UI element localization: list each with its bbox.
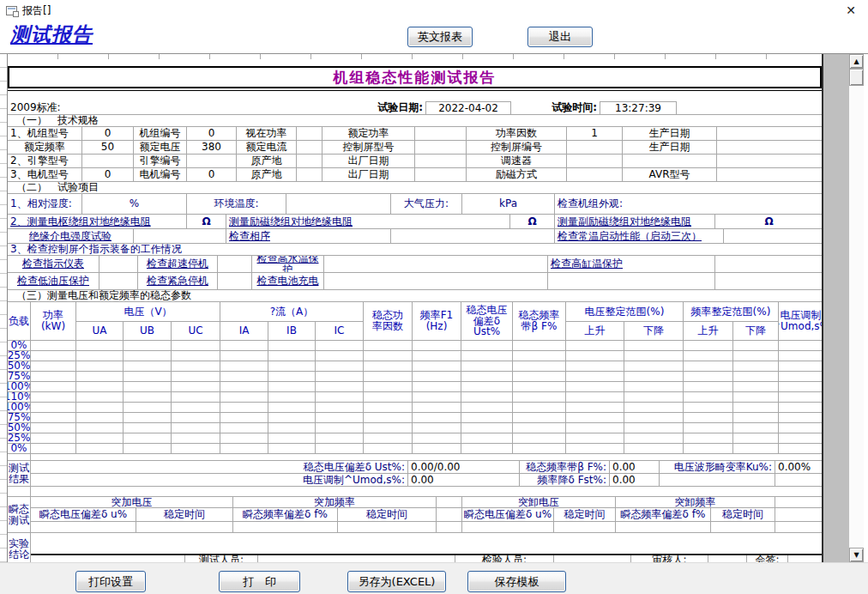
grid-cell-empty xyxy=(684,423,733,433)
grid-cell-empty xyxy=(566,392,624,403)
grid-cell-empty xyxy=(624,361,684,372)
grid-cell-empty xyxy=(364,372,413,382)
scroll-down-icon[interactable]: ▼ xyxy=(849,548,864,562)
grid-cell: IC xyxy=(316,322,364,341)
grid-cell-empty xyxy=(708,555,747,562)
grid-cell: 2、测量电枢绕组对地绝缘电阻 xyxy=(8,215,187,229)
grid-cell: 0.00 xyxy=(610,461,660,474)
grid-row: 1、机组型号0机组编号0视在功率额定功率功率因数1生产日期 xyxy=(8,127,823,141)
grid-cell-empty xyxy=(461,433,513,444)
grid-row: 稳态电压偏差δ Ust%:0.00/0.00稳态频率带β F%:0.00电压波形… xyxy=(31,461,823,474)
grid-cell-empty xyxy=(775,522,823,533)
grid-cell-empty xyxy=(220,341,268,351)
grid-row: 绝缘介电强度试验检查相序检查常温启动性能（启动三次） xyxy=(8,229,823,244)
close-icon[interactable]: ✕ xyxy=(846,4,856,16)
grid-cell: 稳态功 率因数 xyxy=(364,302,413,341)
grid-cell-empty xyxy=(31,487,823,497)
grid-cell-empty xyxy=(779,351,823,361)
grid-cell-empty xyxy=(160,54,210,59)
grid-cell-empty xyxy=(513,351,566,361)
english-report-button[interactable]: 英文报表 xyxy=(407,27,473,47)
grid-cell-empty xyxy=(733,444,779,454)
grid-row: 测试人员:检验人员:审核人:会签: xyxy=(31,554,823,562)
grid-cell-empty xyxy=(775,497,823,508)
grid-cell: AVR型号 xyxy=(623,168,717,182)
print-setup-button[interactable]: 打印设置 xyxy=(75,571,146,592)
grid-row: 50% xyxy=(8,361,823,372)
grid-cell: 机组编号 xyxy=(134,127,187,141)
save-excel-button[interactable]: 另存为(EXCEL) xyxy=(347,571,446,592)
grid-cell: 0.00/0.00 xyxy=(408,461,520,474)
grid-cell: 3、电机型号 xyxy=(8,168,82,182)
grid-col-group: 电压整定范围(%)上升下降 xyxy=(566,302,684,341)
grid-row: 3、电机型号0电机编号0原产地出厂日期励磁方式AVR型号 xyxy=(8,168,823,182)
grid-cell-empty xyxy=(76,382,124,392)
grid-row: 检查指示仪表检查超速停机检查高水温保护检查高缸温保护 xyxy=(8,256,823,273)
grid-cell-empty xyxy=(413,382,461,392)
save-template-button[interactable]: 保存模板 xyxy=(467,571,566,592)
grid-cell-empty xyxy=(76,444,124,454)
report-toolbar: 测试报告 英文报表 退出 xyxy=(0,21,868,53)
grid-cell: 励磁方式 xyxy=(467,168,567,182)
test-time-value: 13:27:39 xyxy=(600,101,677,115)
grid-row: 110% xyxy=(8,392,823,403)
grid-cell-empty xyxy=(76,361,124,372)
grid-cell-empty xyxy=(462,522,554,533)
grid-cell: 稳态电压偏差δ Ust%: xyxy=(31,461,408,474)
grid-cell-empty xyxy=(413,341,461,351)
grid-cell-empty xyxy=(733,423,779,433)
grid-cell-empty xyxy=(220,361,268,372)
exit-button[interactable]: 退出 xyxy=(527,27,593,47)
grid-row: 电压调制^Umod,s%:0.00频率降δ Fst%:0.00 xyxy=(31,474,823,487)
grid-row xyxy=(8,454,823,461)
grid-cell: 75% xyxy=(8,372,31,382)
grid-cell: 25% xyxy=(8,433,31,444)
scroll-up-icon[interactable]: ▲ xyxy=(849,54,864,69)
grid-cell-empty xyxy=(220,433,268,444)
grid-cell: 2、引擎型号 xyxy=(8,155,82,168)
scroll-track[interactable] xyxy=(849,86,864,548)
grid-cell: 电压整定范围(%) xyxy=(566,302,684,322)
grid-cell-empty xyxy=(172,372,220,382)
test-date-value: 2022-04-02 xyxy=(425,101,511,115)
grid-cell-empty xyxy=(268,382,316,392)
grid-cell-empty xyxy=(624,382,684,392)
grid-cell-empty xyxy=(615,54,666,59)
grid-cell: 0 xyxy=(82,127,134,141)
grid-cell-empty xyxy=(513,423,566,433)
grid-row: （二） 试验项目 xyxy=(8,182,823,194)
grid-cell-empty xyxy=(513,372,566,382)
grid-cell: 额定频率 xyxy=(8,141,82,155)
grid-cell-empty xyxy=(31,341,76,351)
grid-cell-empty xyxy=(779,433,823,444)
print-button[interactable]: 打 印 xyxy=(219,571,300,592)
report-viewport: 机组稳态性能测试报告 2009标准: 试验日期: 2022-04-02 试验时间… xyxy=(0,53,868,562)
grid-cell-empty xyxy=(268,413,316,423)
grid-cell: 0 xyxy=(82,168,134,182)
scroll-thumb[interactable] xyxy=(849,69,864,86)
grid-cell-empty xyxy=(684,361,733,372)
grid-row: 负载功率(kW)电压（V）UAUBUC?流（A）IAIBIC稳态功 率因数频率F… xyxy=(8,302,823,341)
grid-cell: 检查指示仪表 xyxy=(8,256,99,273)
grid-cell-empty xyxy=(220,351,268,361)
grid-cell-empty xyxy=(258,555,455,562)
grid-cell: 环境温度: xyxy=(187,194,286,215)
grid-cell: UB xyxy=(124,322,172,341)
grid-cell-empty xyxy=(316,413,364,423)
grid-cell-empty xyxy=(187,155,237,168)
grid-cell-empty xyxy=(172,341,220,351)
grid-cell-empty xyxy=(733,351,779,361)
grid-cell-empty xyxy=(567,141,623,155)
grid-cell-empty xyxy=(391,229,555,244)
grid-row: 额定频率50额定电压380额定电流控制屏型号控制屏编号生产日期 xyxy=(8,141,823,155)
grid-cell: 频率降δ Fst%: xyxy=(520,474,610,487)
grid-cell-empty xyxy=(437,508,462,522)
grid-cell: 额定电流 xyxy=(237,141,297,155)
grid-cell: 25% xyxy=(8,351,31,361)
grid-cell-empty xyxy=(461,351,513,361)
grid-cell-empty xyxy=(99,256,138,273)
grid-cell: 出厂日期 xyxy=(322,155,415,168)
grid-cell-empty xyxy=(413,433,461,444)
vertical-scrollbar[interactable]: ▲ ▼ xyxy=(849,54,864,562)
grid-cell-empty xyxy=(324,256,548,273)
